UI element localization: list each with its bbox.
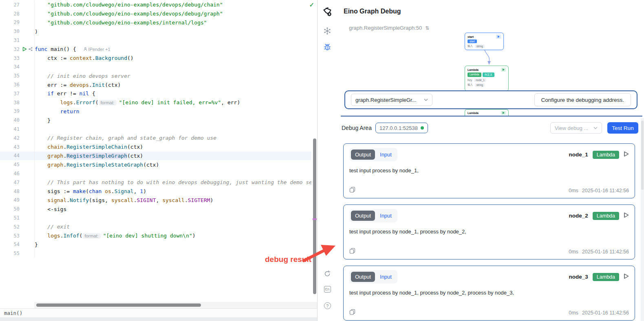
graph-edge-arrow [478, 49, 498, 67]
code-line[interactable]: 32func main() { IPender +1 [0, 45, 311, 54]
debug-area-bar: Debug Area 127.0.0.1:52538 View debug ..… [342, 122, 638, 134]
help-icon[interactable]: ? [322, 302, 333, 309]
code-token: "github.com/cloudwego/eino-examples/devo… [35, 11, 223, 17]
node-name: node_3 [569, 274, 588, 280]
line-number: 46 [0, 171, 20, 176]
tab-output[interactable]: Output [351, 211, 375, 221]
node-play-icon[interactable] [501, 111, 506, 115]
editor-vertical-scrollbar[interactable] [313, 139, 316, 294]
gutter-icons [20, 178, 34, 187]
eino-graph-gutter-icon[interactable] [28, 47, 33, 51]
code-line[interactable]: 28 "github.com/cloudwego/eino-examples/d… [0, 9, 311, 18]
code-line[interactable]: 36 err := devops.Init(ctx) [0, 80, 311, 89]
code-line[interactable]: 50 <-sigs [0, 204, 311, 213]
line-number: 41 [0, 126, 20, 132]
tab-input[interactable]: Input [376, 272, 396, 282]
debug-address: 127.0.0.1:52538 [379, 125, 418, 131]
run-node-button[interactable] [624, 273, 629, 281]
code-token: . [66, 197, 70, 203]
test-run-button[interactable]: Test Run [607, 122, 638, 134]
code-line[interactable]: 41 [0, 125, 311, 134]
code-line[interactable]: 43 chain.RegisterSimpleChain(ctx) [0, 143, 311, 152]
code-line[interactable]: 38 logs.Errorf(format:"[eino dev] init f… [0, 98, 311, 107]
node-custom-badge: 自定义 [483, 73, 495, 77]
code-editor[interactable]: 27 "github.com/cloudwego/eino-examples/d… [0, 0, 318, 321]
node-play-icon[interactable] [496, 35, 501, 39]
code-token: ( [79, 233, 83, 239]
node-play-icon[interactable] [501, 68, 506, 72]
tab-input[interactable]: Input [376, 150, 396, 160]
code-token: ) [192, 233, 196, 239]
code-token: "[eino dev] init failed, err=%v" [119, 99, 221, 106]
result-meta: 0ms2025-01-16 11:42:56 [569, 249, 629, 255]
code-token: } [35, 117, 51, 123]
duration: 0ms [569, 188, 578, 193]
code-line[interactable]: 49 signal.Notify(sigs, syscall.SIGINT, s… [0, 196, 311, 205]
code-line[interactable]: 45 graph.RegisterSimpleStateGraph(ctx) [0, 160, 311, 169]
debug-bug-icon[interactable] [322, 43, 333, 51]
configure-address-button[interactable]: Configure the debugging address. [534, 93, 631, 106]
code-token: ) [143, 188, 146, 194]
code-text: chain.RegisterSimpleChain(ctx) [34, 143, 311, 152]
code-line[interactable]: 31 [0, 36, 311, 45]
code-line[interactable]: 53 logs.Infof(format:"[eino dev] shuttin… [0, 231, 311, 240]
graph-view-icon[interactable] [322, 27, 333, 35]
code-line[interactable]: 29 "github.com/cloudwego/eino-examples/i… [0, 18, 311, 27]
code-line[interactable]: 34 [0, 63, 311, 72]
breadcrumb[interactable]: main() [0, 308, 317, 317]
code-token: . [89, 82, 92, 88]
run-main-icon[interactable] [22, 47, 27, 51]
panel-scrollbar[interactable] [641, 121, 644, 190]
tab-output[interactable]: Output [351, 272, 375, 282]
code-line[interactable]: 44 graph.RegisterSimpleGraph(ctx) [0, 152, 311, 160]
gutter-icons [20, 107, 34, 116]
sort-icon[interactable]: ⇅ [425, 25, 429, 31]
copy-icon[interactable] [349, 248, 355, 255]
code-text: return [34, 107, 311, 116]
code-text: sigs := make(chan os.Signal, 1) [34, 187, 311, 196]
code-line[interactable]: 46 [0, 169, 311, 178]
node-key-label: Key [468, 79, 472, 81]
graph-select-dropdown[interactable]: graph.RegisterSimpleGr... [351, 94, 432, 106]
card-footer: 0ms2025-01-16 11:42:56 [349, 187, 629, 194]
run-node-button[interactable] [624, 212, 629, 220]
code-text: graph.RegisterSimpleGraph(ctx) [34, 152, 311, 160]
tab-group: OutputInput [349, 148, 397, 161]
tab-output[interactable]: Output [351, 150, 375, 160]
code-line[interactable]: 37 if err != nil { [0, 89, 311, 98]
code-token: . [111, 188, 115, 194]
view-debug-dropdown[interactable]: View debug ... [550, 122, 602, 134]
code-line[interactable]: 39 return [0, 107, 311, 116]
code-token: 1 [140, 188, 143, 194]
debug-address-pill[interactable]: 127.0.0.1:52538 [375, 123, 428, 133]
code-token: (sigs, [89, 197, 111, 203]
graph-node-lambda[interactable]: Lambda Lambda 自定义 Key node_1 输入 string [465, 66, 509, 91]
code-lines[interactable]: 27 "github.com/cloudwego/eino-examples/d… [0, 0, 311, 258]
graph-node-start[interactable]: start start 输入 string [465, 33, 504, 50]
code-line[interactable]: 27 "github.com/cloudwego/eino-examples/d… [0, 0, 311, 9]
breadcrumb-item[interactable]: main() [4, 310, 22, 316]
copy-icon[interactable] [349, 309, 355, 317]
refresh-icon[interactable] [322, 270, 333, 277]
code-line[interactable]: 35 // init eino devops server [0, 71, 311, 80]
editor-horizontal-scrollbar[interactable] [36, 303, 201, 307]
copy-icon[interactable] [349, 187, 355, 194]
code-line[interactable]: 33 ctx := context.Background() [0, 54, 311, 63]
code-line[interactable]: 30) [0, 27, 311, 36]
inspection-ok-icon[interactable]: ✓ [309, 1, 314, 9]
code-token: ) [35, 29, 38, 35]
code-text: signal.Notify(sigs, syscall.SIGINT, sysc… [34, 196, 311, 205]
code-line[interactable]: 48 sigs := make(chan os.Signal, 1) [0, 187, 311, 196]
language-en-icon[interactable]: En [322, 286, 333, 292]
code-token: context [70, 55, 92, 61]
code-line[interactable]: 42 // Register chain, graph and state_gr… [0, 134, 311, 143]
run-node-button[interactable] [624, 151, 629, 158]
tab-input[interactable]: Input [376, 211, 396, 221]
scrollbar-vcs-mark [313, 218, 317, 220]
gutter-icons [20, 63, 34, 72]
code-line[interactable]: 51 [0, 213, 311, 222]
code-line[interactable]: 40 } [0, 116, 311, 125]
code-line[interactable]: 52 // exit [0, 222, 311, 231]
graph-node-lambda-2[interactable]: Lambda [465, 109, 509, 116]
code-line[interactable]: 47 // This part has nothing to do with e… [0, 178, 311, 187]
